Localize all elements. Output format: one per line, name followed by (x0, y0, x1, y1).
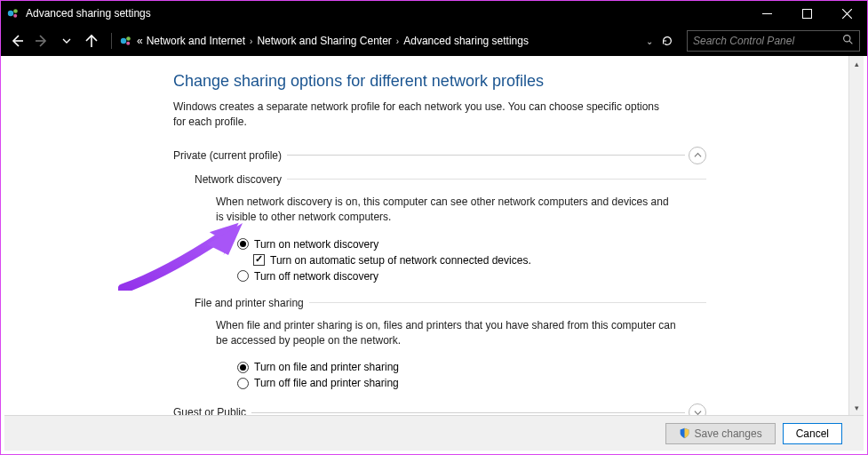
svg-point-0 (8, 11, 13, 16)
footer: Save changes Cancel (4, 415, 864, 451)
scroll-down-button[interactable]: ▾ (849, 400, 864, 415)
save-changes-button[interactable]: Save changes (665, 423, 776, 444)
radio-icon (237, 378, 249, 389)
scroll-up-button[interactable]: ▴ (849, 56, 864, 71)
divider (287, 179, 706, 180)
svg-point-7 (126, 42, 130, 45)
radio-label: Turn off network discovery (254, 270, 378, 283)
radio-icon (237, 270, 249, 282)
titlebar: Advanced sharing settings (1, 1, 867, 26)
section-label: Private (current profile) (173, 149, 287, 162)
button-label: Cancel (796, 427, 829, 440)
subsection-file-printer-sharing: File and printer sharing When file and p… (195, 297, 706, 390)
subsection-label: Network discovery (195, 173, 287, 186)
breadcrumb-item[interactable]: Network and Sharing Center (257, 35, 391, 47)
forward-button[interactable] (29, 28, 54, 53)
section-private: Private (current profile) Network discov… (173, 147, 706, 390)
section-label: Guest or Public (173, 406, 251, 415)
radio-file-printer-on[interactable]: Turn on file and printer sharing (237, 361, 706, 373)
search-input[interactable]: Search Control Panel (687, 30, 860, 52)
radio-network-discovery-off[interactable]: Turn off network discovery (237, 270, 706, 283)
subsection-description: When network discovery is on, this compu… (216, 195, 678, 226)
button-label: Save changes (695, 427, 762, 440)
vertical-scrollbar[interactable]: ▴ ▾ (848, 56, 864, 415)
svg-point-1 (13, 9, 18, 13)
app-icon (6, 6, 20, 20)
svg-rect-4 (803, 9, 812, 18)
page-description: Windows creates a separate network profi… (173, 100, 671, 131)
radio-label: Turn on file and printer sharing (254, 361, 399, 373)
radio-network-discovery-on[interactable]: Turn on network discovery (237, 238, 706, 251)
radio-file-printer-off[interactable]: Turn off file and printer sharing (237, 377, 706, 389)
svg-point-5 (121, 38, 126, 44)
section-guest-public: Guest or Public (173, 403, 706, 415)
collapse-button[interactable] (689, 147, 706, 164)
back-button[interactable] (4, 28, 29, 53)
breadcrumb-item[interactable]: Network and Internet (147, 35, 245, 47)
checkbox-icon (253, 254, 265, 266)
recent-dropdown[interactable] (54, 28, 79, 53)
shield-icon (679, 427, 690, 439)
svg-point-6 (126, 36, 131, 41)
up-button[interactable] (79, 28, 104, 53)
checkbox-label: Turn on automatic setup of network conne… (270, 254, 531, 267)
divider (287, 155, 685, 156)
cancel-button[interactable]: Cancel (783, 423, 842, 444)
address-dropdown[interactable]: ⌄ (642, 36, 657, 46)
checkbox-auto-setup[interactable]: Turn on automatic setup of network conne… (253, 254, 706, 267)
breadcrumb-item[interactable]: Advanced sharing settings (403, 35, 529, 47)
close-button[interactable] (827, 1, 867, 26)
maximize-button[interactable] (787, 1, 827, 26)
window-title: Advanced sharing settings (26, 7, 747, 20)
breadcrumb-pre[interactable]: « (137, 35, 143, 47)
subsection-label: File and printer sharing (195, 297, 309, 309)
divider (251, 412, 685, 413)
refresh-button[interactable] (657, 35, 678, 47)
subsection-network-discovery: Network discovery When network discovery… (195, 173, 706, 283)
search-placeholder: Search Control Panel (693, 35, 794, 47)
chevron-right-icon: › (250, 36, 252, 46)
address-bar[interactable]: « Network and Internet › Network and Sha… (115, 30, 681, 52)
svg-point-8 (844, 36, 850, 42)
minimize-button[interactable] (747, 1, 787, 26)
navbar: « Network and Internet › Network and Sha… (1, 26, 867, 56)
svg-point-2 (13, 14, 17, 18)
radio-label: Turn off file and printer sharing (254, 377, 399, 389)
radio-label: Turn on network discovery (254, 238, 378, 251)
svg-rect-3 (762, 13, 772, 14)
page-title: Change sharing options for different net… (173, 72, 706, 91)
radio-icon (237, 362, 249, 373)
expand-button[interactable] (689, 403, 706, 415)
chevron-right-icon: › (396, 36, 399, 46)
radio-icon (237, 238, 249, 250)
control-panel-icon (119, 34, 133, 48)
search-icon (842, 34, 854, 48)
divider (309, 302, 706, 303)
subsection-description: When file and printer sharing is on, fil… (216, 318, 678, 349)
